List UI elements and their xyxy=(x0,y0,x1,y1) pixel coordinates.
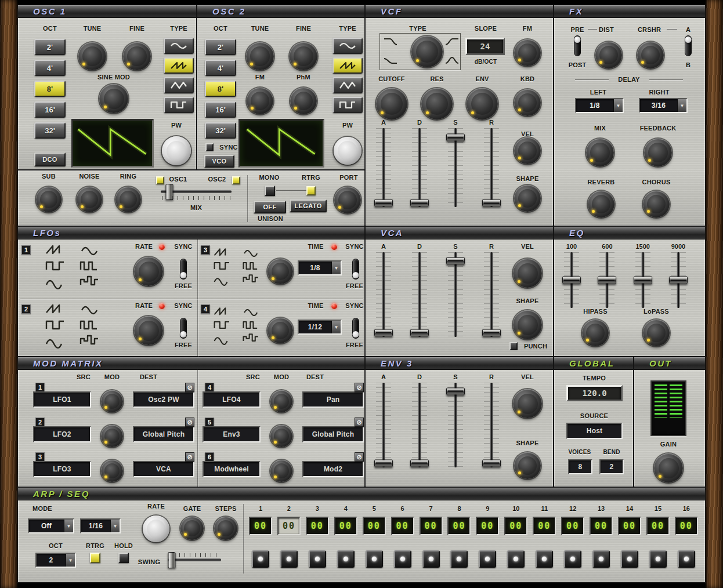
mod-bypass-button[interactable]: ⊘ xyxy=(355,383,364,392)
mod-src-button[interactable]: LFO2 xyxy=(33,426,91,442)
osc-mix-slider[interactable] xyxy=(161,184,232,202)
step-display[interactable]: 00 xyxy=(476,517,499,535)
osc2-wave-triangle-button[interactable] xyxy=(332,77,363,93)
ring-knob[interactable] xyxy=(115,187,141,212)
arp-rate-knob[interactable] xyxy=(143,516,169,542)
mod-bypass-button[interactable]: ⊘ xyxy=(355,452,364,462)
osc2-oct-button[interactable]: 8' xyxy=(205,81,236,97)
osc2-oct-button[interactable]: 32' xyxy=(205,122,236,139)
step-display[interactable]: 00 xyxy=(391,517,414,535)
rtrg-button[interactable] xyxy=(306,186,316,195)
osc2-oct-button[interactable]: 4' xyxy=(205,60,236,76)
source-button[interactable]: Host xyxy=(566,423,623,439)
envelope-slider-handle[interactable] xyxy=(446,134,465,141)
envelope-slider-handle[interactable] xyxy=(482,459,501,467)
mode-dropdown[interactable]: Off ▼ xyxy=(28,518,74,533)
hipass-knob[interactable] xyxy=(582,320,609,346)
arp-rtrg-button[interactable] xyxy=(90,553,100,563)
sub-knob[interactable] xyxy=(36,187,62,212)
lfo4-time-dropdown[interactable]: 1/12 ▼ xyxy=(298,320,342,335)
step-button[interactable] xyxy=(309,550,326,568)
envelope-slider[interactable] xyxy=(484,383,499,467)
step-display[interactable]: 00 xyxy=(306,517,329,535)
mod-dest-button[interactable]: VCA xyxy=(133,461,194,477)
osc2-enable-button[interactable] xyxy=(232,176,240,184)
chevron-down-icon[interactable]: ▼ xyxy=(64,520,73,532)
delay-right-dropdown[interactable]: 3/16 ▼ xyxy=(639,98,688,113)
step-display[interactable]: 00 xyxy=(447,517,471,535)
step-button[interactable] xyxy=(337,550,355,568)
osc1-oct-button[interactable]: 4' xyxy=(34,60,66,76)
mod-bypass-button[interactable]: ⊘ xyxy=(355,418,364,427)
osc1-dco-button[interactable]: DCO xyxy=(34,153,66,166)
reverb-knob[interactable] xyxy=(588,191,614,217)
vcf-shape-knob[interactable] xyxy=(514,185,541,212)
envelope-slider[interactable] xyxy=(376,252,391,337)
resonance-knob[interactable] xyxy=(421,88,453,119)
legato-button[interactable]: LEGATO xyxy=(290,199,327,212)
delay-left-dropdown[interactable]: 1/8 ▼ xyxy=(575,98,624,113)
mod-amount-knob[interactable] xyxy=(270,460,292,482)
pre-post-toggle[interactable] xyxy=(574,35,581,56)
mono-button[interactable] xyxy=(265,186,275,196)
step-display[interactable]: 00 xyxy=(646,517,670,535)
arp-steps-knob[interactable] xyxy=(214,517,237,540)
osc2-fm-knob[interactable] xyxy=(247,88,273,114)
envelope-slider[interactable] xyxy=(448,128,463,207)
mod-bypass-button[interactable]: ⊘ xyxy=(185,418,194,427)
osc2-sync-checkbox[interactable] xyxy=(205,143,214,151)
eq-band-handle[interactable] xyxy=(669,277,688,284)
mod-amount-knob[interactable] xyxy=(101,460,123,482)
step-button[interactable] xyxy=(592,550,610,568)
lopass-knob[interactable] xyxy=(643,320,670,346)
cutoff-knob[interactable] xyxy=(376,88,407,119)
eq-band-handle[interactable] xyxy=(598,277,616,284)
osc2-oct-button[interactable]: 16' xyxy=(205,101,236,118)
osc2-phm-knob[interactable] xyxy=(290,88,317,114)
step-button[interactable] xyxy=(280,550,298,568)
lfo4-waveform-icons[interactable] xyxy=(213,302,264,349)
lfo3-waveform-icons[interactable] xyxy=(213,243,264,289)
step-display[interactable]: 00 xyxy=(618,517,641,535)
voices-box[interactable]: 8 xyxy=(568,459,592,474)
step-display[interactable]: 00 xyxy=(533,517,556,535)
lfo1-sync-free-toggle[interactable] xyxy=(180,259,187,280)
envelope-slider[interactable] xyxy=(484,128,499,207)
osc1-oct-button[interactable]: 32' xyxy=(34,122,66,139)
osc1-oct-button[interactable]: 8' xyxy=(34,81,66,97)
crusher-knob[interactable] xyxy=(637,42,664,68)
mod-src-button[interactable]: LFO4 xyxy=(203,391,261,408)
step-button[interactable] xyxy=(422,550,440,568)
arp-oct-dropdown[interactable]: 2 ▼ xyxy=(35,553,76,568)
eq-band-slider[interactable] xyxy=(635,252,650,308)
step-display[interactable]: 00 xyxy=(334,517,357,535)
lfo3-time-dropdown[interactable]: 1/8 ▼ xyxy=(298,260,342,275)
step-display[interactable]: 00 xyxy=(590,517,613,535)
feedback-knob[interactable] xyxy=(644,139,672,166)
mod-dest-button[interactable]: Pan xyxy=(302,391,364,408)
lfo1-waveform-icons[interactable] xyxy=(45,243,105,289)
eq-band-handle[interactable] xyxy=(562,277,581,284)
osc1-wave-triangle-button[interactable] xyxy=(164,77,194,93)
envelope-slider-handle[interactable] xyxy=(410,329,429,336)
step-button[interactable] xyxy=(564,550,581,568)
lfo2-waveform-icons[interactable] xyxy=(45,302,105,349)
mod-src-button[interactable]: LFO3 xyxy=(33,461,91,477)
filter-type-knob[interactable] xyxy=(411,36,443,67)
delay-mix-knob[interactable] xyxy=(586,139,614,166)
envelope-slider-handle[interactable] xyxy=(482,199,501,207)
vca-vel-knob[interactable] xyxy=(513,259,542,288)
step-button[interactable] xyxy=(507,550,525,568)
osc2-tune-knob[interactable] xyxy=(246,42,274,70)
step-button[interactable] xyxy=(479,550,496,568)
step-display[interactable]: 00 xyxy=(249,517,272,535)
envelope-slider[interactable] xyxy=(376,383,391,467)
step-display[interactable]: 00 xyxy=(504,517,527,535)
eq-band-slider[interactable] xyxy=(564,252,579,308)
osc2-wave-saw-button[interactable] xyxy=(332,57,363,74)
envelope-slider[interactable] xyxy=(412,383,427,467)
osc2-wave-square-button[interactable] xyxy=(332,97,363,113)
step-button[interactable] xyxy=(536,550,553,568)
mod-amount-knob[interactable] xyxy=(101,425,123,447)
envelope-slider[interactable] xyxy=(448,383,463,467)
